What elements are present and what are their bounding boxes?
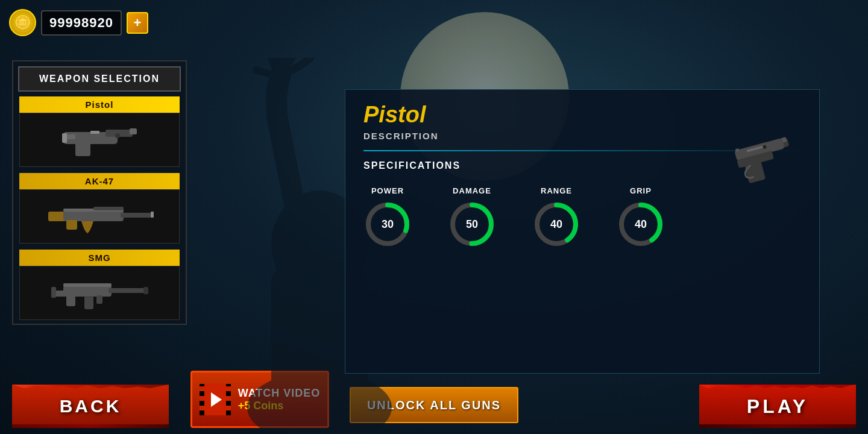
play-button[interactable]: PLAY bbox=[699, 385, 856, 428]
svg-rect-16 bbox=[93, 207, 124, 210]
back-button-wrapper[interactable]: BACK bbox=[12, 385, 169, 428]
svg-rect-24 bbox=[63, 283, 112, 287]
svg-rect-14 bbox=[66, 220, 77, 230]
svg-text:40: 40 bbox=[550, 218, 562, 230]
svg-text:50: 50 bbox=[466, 218, 478, 230]
spec-power-label: POWER bbox=[371, 186, 404, 195]
weapon-label-pistol: Pistol bbox=[19, 96, 180, 113]
weapon-label-ak47: AK-47 bbox=[19, 173, 180, 189]
back-button-label: BACK bbox=[60, 396, 122, 417]
spec-damage-label: DAMAGE bbox=[453, 186, 491, 195]
svg-rect-19 bbox=[51, 287, 56, 298]
blood-top-back bbox=[12, 385, 169, 388]
weapon-image-smg bbox=[19, 266, 180, 320]
spec-power: POWER 30 bbox=[363, 186, 412, 248]
spec-grip-label: GRIP bbox=[630, 186, 652, 195]
svg-rect-25 bbox=[96, 295, 102, 304]
detail-panel: Pistol DESCRIPTION bbox=[345, 89, 820, 374]
weapon-item-pistol[interactable]: Pistol bbox=[19, 96, 180, 167]
spec-grip: GRIP 40 bbox=[617, 186, 665, 248]
svg-rect-22 bbox=[84, 296, 93, 309]
svg-rect-12 bbox=[63, 210, 124, 221]
coin-icon: 🪙 bbox=[9, 9, 36, 36]
detail-weapon-image bbox=[705, 102, 801, 198]
spec-range-label: RANGE bbox=[541, 186, 572, 195]
weapon-panel-title: WEAPON SELECTION bbox=[18, 66, 181, 92]
coins-bar: 🪙 99998920 + bbox=[9, 9, 148, 36]
back-button[interactable]: BACK bbox=[12, 385, 169, 428]
svg-rect-13 bbox=[121, 213, 151, 218]
weapon-image-ak47 bbox=[19, 189, 180, 244]
spec-power-dial: 30 bbox=[363, 200, 412, 248]
svg-rect-26 bbox=[143, 287, 148, 294]
svg-rect-5 bbox=[130, 128, 137, 134]
spec-range: RANGE 40 bbox=[532, 186, 580, 248]
weapon-image-pistol bbox=[19, 113, 180, 167]
blood-bottom-back bbox=[12, 424, 169, 428]
svg-rect-10 bbox=[62, 133, 67, 143]
svg-rect-6 bbox=[75, 143, 90, 156]
play-button-label: PLAY bbox=[747, 395, 808, 418]
spec-range-dial: 40 bbox=[532, 200, 580, 248]
svg-rect-17 bbox=[151, 212, 154, 218]
svg-rect-21 bbox=[108, 288, 145, 293]
svg-point-9 bbox=[115, 133, 120, 138]
svg-rect-8 bbox=[90, 131, 99, 134]
weapon-label-smg: SMG bbox=[19, 250, 180, 266]
svg-text:30: 30 bbox=[382, 218, 394, 230]
blood-top-play bbox=[699, 385, 856, 388]
weapon-item-smg[interactable]: SMG bbox=[19, 250, 180, 320]
spec-damage-dial: 50 bbox=[448, 200, 496, 248]
svg-text:40: 40 bbox=[635, 218, 647, 230]
coins-amount: 99998920 bbox=[41, 10, 122, 36]
weapon-item-ak47[interactable]: AK-47 bbox=[19, 173, 180, 244]
blood-bottom-play bbox=[699, 424, 856, 428]
spec-damage: DAMAGE 50 bbox=[448, 186, 496, 248]
svg-rect-23 bbox=[66, 295, 75, 306]
weapon-selection-panel: WEAPON SELECTION Pistol AK-47 bbox=[12, 60, 187, 325]
coins-add-button[interactable]: + bbox=[127, 12, 148, 34]
svg-rect-20 bbox=[63, 286, 112, 297]
spec-grip-dial: 40 bbox=[617, 200, 665, 248]
play-button-wrapper[interactable]: PLAY bbox=[699, 385, 856, 428]
